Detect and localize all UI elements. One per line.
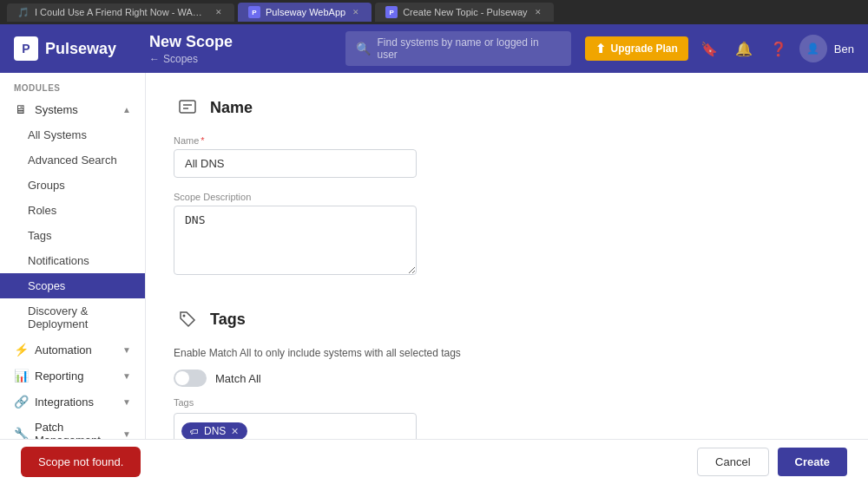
all-systems-label: All Systems <box>28 128 87 141</box>
search-placeholder-text: Find systems by name or logged in user <box>378 36 561 61</box>
search-icon: 🔍 <box>356 42 371 56</box>
sidebar-item-advanced-search[interactable]: Advanced Search <box>0 147 145 173</box>
automation-icon: ⚡ <box>14 343 28 356</box>
sidebar-item-integrations[interactable]: 🔗 Integrations ▼ <box>0 389 145 415</box>
sidebar-item-reporting[interactable]: 📊 Reporting ▼ <box>0 363 145 389</box>
sidebar-item-notifications[interactable]: Notifications <box>0 248 145 273</box>
notifications-bell-button[interactable]: 🔔 <box>730 35 758 62</box>
modules-label: MODULES <box>0 73 145 96</box>
description-textarea[interactable] <box>174 206 417 275</box>
name-section-icon <box>174 94 201 121</box>
name-required-indicator: * <box>201 135 204 146</box>
discovery-label: Discovery & Deployment <box>28 304 131 330</box>
create-topic-tab-label: Create New Topic - Pulseway <box>403 7 527 17</box>
sidebar-item-discovery[interactable]: Discovery & Deployment <box>0 298 145 337</box>
tags-input-area[interactable]: 🏷 DNS ✕ <box>174 413 417 439</box>
floatplane-tab-label: I Could Use A Friend Right Now - WAN Sho… <box>35 7 208 17</box>
floatplane-tab-icon: 🎵 <box>17 7 30 18</box>
name-field-label: Name * <box>174 135 726 146</box>
content-inner: Name Name * Scope Description <box>146 73 753 439</box>
match-all-toggle[interactable] <box>174 370 207 387</box>
close-tab-floatplane[interactable]: ✕ <box>214 7 224 17</box>
logo-icon: P <box>14 36 38 61</box>
header-actions: ⬆ Upgrade Plan 🔖 🔔 ❓ 👤 Ben <box>585 35 855 62</box>
tags-section-desc: Enable Match All to only include systems… <box>174 347 726 359</box>
tags-field-group: Tags 🏷 DNS ✕ <box>174 397 726 439</box>
breadcrumb[interactable]: ← Scopes <box>149 53 332 65</box>
sidebar-item-patch-management[interactable]: 🔧 Patch Management ▼ <box>0 415 145 439</box>
sidebar-item-tags[interactable]: Tags <box>0 223 145 248</box>
main-layout: MODULES 🖥 Systems ▲ All Systems Advanced… <box>0 73 868 439</box>
integrations-label: Integrations <box>35 396 94 409</box>
sidebar-item-groups[interactable]: Groups <box>0 173 145 198</box>
create-topic-tab-icon: P <box>385 6 398 18</box>
close-tab-create-topic[interactable]: ✕ <box>533 7 543 17</box>
patch-management-icon: 🔧 <box>14 427 28 439</box>
automation-chevron-icon: ▼ <box>122 345 131 355</box>
sidebar-item-automation[interactable]: ⚡ Automation ▼ <box>0 337 145 363</box>
pulseway-tab-label: Pulseway WebApp <box>266 7 345 17</box>
patch-management-chevron-icon: ▼ <box>122 429 131 439</box>
upgrade-label: Upgrade Plan <box>611 43 678 55</box>
tag-chip-label: DNS <box>204 425 226 437</box>
upgrade-icon: ⬆ <box>595 42 606 56</box>
sidebar-systems-label: Systems <box>35 103 78 116</box>
browser-tab-bar: 🎵 I Could Use A Friend Right Now - WAN S… <box>0 0 868 24</box>
name-section-title: Name <box>210 99 253 117</box>
sidebar-item-systems[interactable]: 🖥 Systems ▲ <box>0 96 145 122</box>
search-bar[interactable]: 🔍 Find systems by name or logged in user <box>345 31 571 66</box>
upgrade-plan-button[interactable]: ⬆ Upgrade Plan <box>585 36 688 61</box>
dns-tag-chip[interactable]: 🏷 DNS ✕ <box>181 422 247 439</box>
bookmark-button[interactable]: 🔖 <box>695 35 723 62</box>
page-title: New Scope <box>149 33 332 51</box>
app-container: P Pulseway New Scope ← Scopes 🔍 Find sys… <box>0 24 868 484</box>
name-section-header: Name <box>174 94 726 121</box>
close-tab-pulseway[interactable]: ✕ <box>351 7 361 17</box>
user-avatar-button[interactable]: 👤 <box>799 35 827 62</box>
reporting-chevron-icon: ▼ <box>122 371 131 381</box>
sidebar-item-scopes[interactable]: Scopes <box>0 273 145 298</box>
header-center: New Scope ← Scopes <box>149 33 332 65</box>
systems-icon: 🖥 <box>14 102 28 116</box>
sidebar-item-all-systems[interactable]: All Systems <box>0 122 145 147</box>
tags-section-title: Tags <box>210 311 246 329</box>
help-button[interactable]: ❓ <box>765 35 792 62</box>
tag-chip-remove-button[interactable]: ✕ <box>231 426 239 437</box>
create-button[interactable]: Create <box>778 448 847 476</box>
toast-error: Scope not found. <box>21 447 141 477</box>
user-name[interactable]: Ben <box>834 43 854 56</box>
tags-section: Tags Enable Match All to only include sy… <box>174 305 726 439</box>
name-input[interactable] <box>174 149 417 178</box>
svg-rect-0 <box>180 101 195 113</box>
sidebar-item-roles[interactable]: Roles <box>0 198 145 223</box>
match-all-row: Match All <box>174 370 726 387</box>
systems-chevron-icon: ▲ <box>122 105 131 114</box>
scopes-label: Scopes <box>28 279 65 292</box>
bottom-actions: Cancel Create <box>697 448 847 476</box>
automation-label: Automation <box>35 343 92 356</box>
name-form-group: Name * <box>174 135 726 178</box>
roles-label: Roles <box>28 204 56 217</box>
tag-chip-icon: 🏷 <box>190 427 199 436</box>
tab-create-topic[interactable]: P Create New Topic - Pulseway ✕ <box>375 3 553 22</box>
app-header: P Pulseway New Scope ← Scopes 🔍 Find sys… <box>0 24 868 73</box>
toast-message: Scope not found. <box>38 455 123 468</box>
notifications-label: Notifications <box>28 254 89 267</box>
integrations-chevron-icon: ▼ <box>122 397 131 407</box>
pulseway-tab-icon: P <box>248 6 260 18</box>
cancel-button[interactable]: Cancel <box>697 448 768 476</box>
tab-pulseway[interactable]: P Pulseway WebApp ✕ <box>238 3 372 22</box>
integrations-icon: 🔗 <box>14 395 28 409</box>
user-avatar-icon: 👤 <box>806 43 819 55</box>
description-form-group: Scope Description <box>174 192 726 278</box>
logo-area: P Pulseway <box>14 36 135 61</box>
reporting-icon: 📊 <box>14 369 28 383</box>
tags-field-label: Tags <box>174 397 726 408</box>
tab-floatplane[interactable]: 🎵 I Could Use A Friend Right Now - WAN S… <box>7 3 234 22</box>
toggle-knob <box>175 371 189 385</box>
content-area: Name Name * Scope Description <box>146 73 868 439</box>
sidebar: MODULES 🖥 Systems ▲ All Systems Advanced… <box>0 73 146 439</box>
logo-text: Pulseway <box>45 40 116 58</box>
tags-label: Tags <box>28 229 51 242</box>
description-field-label: Scope Description <box>174 192 726 202</box>
